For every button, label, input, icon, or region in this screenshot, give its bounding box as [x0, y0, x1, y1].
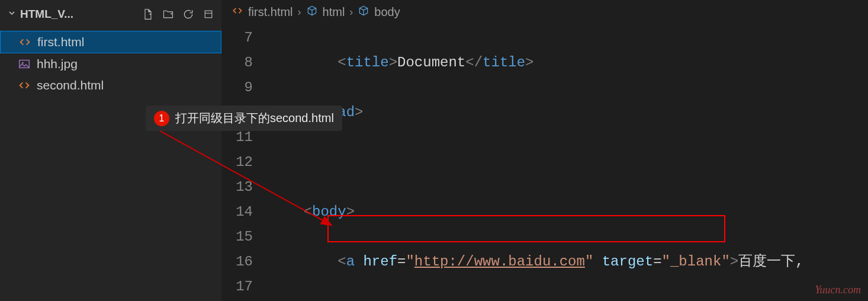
annotation-callout: 1 打开同级目录下的second.html: [146, 105, 342, 131]
file-explorer-sidebar: HTML_V... first.html: [0, 0, 222, 301]
html-file-icon: [18, 79, 31, 92]
chevron-down-icon: [7, 8, 17, 21]
folder-name: HTML_V...: [20, 8, 73, 21]
code-content[interactable]: <title>Document</title> </head> <body> <…: [269, 24, 868, 301]
annotation-text: 打开同级目录下的second.html: [175, 110, 334, 126]
image-file-icon: [18, 57, 31, 71]
new-file-icon[interactable]: [142, 8, 154, 20]
explorer-actions: [142, 8, 214, 20]
annotation-badge: 1: [154, 111, 169, 126]
breadcrumb-item[interactable]: body: [374, 5, 400, 19]
explorer-folder[interactable]: HTML_V...: [7, 8, 142, 21]
svg-rect-0: [205, 11, 212, 18]
cube-icon: [358, 5, 369, 20]
breadcrumb-item[interactable]: html: [323, 5, 345, 19]
chevron-right-icon: ›: [298, 6, 301, 18]
file-item-first-html[interactable]: first.html: [0, 31, 221, 53]
line-gutter: 7 8 9 10 11 12 13 14 15 16 17 18: [222, 24, 269, 301]
file-item-second-html[interactable]: second.html: [0, 75, 221, 96]
file-label: second.html: [37, 78, 104, 92]
breadcrumb[interactable]: first.html › html › body: [222, 0, 868, 24]
chevron-right-icon: ›: [349, 6, 353, 18]
html-file-icon: [232, 5, 243, 20]
cube-icon: [306, 5, 318, 20]
file-label: hhh.jpg: [37, 57, 78, 71]
file-label: first.html: [37, 35, 84, 49]
file-tree: first.html hhh.jpg second.html: [0, 28, 221, 301]
refresh-icon[interactable]: [182, 8, 194, 20]
collapse-icon[interactable]: [202, 8, 214, 20]
watermark: Yuucn.com: [815, 284, 861, 296]
html-file-icon: [18, 36, 31, 49]
explorer-header: HTML_V...: [0, 0, 221, 28]
code-area[interactable]: 7 8 9 10 11 12 13 14 15 16 17 18 <title>…: [222, 24, 868, 301]
editor-pane: first.html › html › body 7 8 9 10 11 12 …: [222, 0, 868, 301]
new-folder-icon[interactable]: [162, 8, 174, 20]
breadcrumb-item[interactable]: first.html: [248, 5, 293, 19]
file-item-hhh-jpg[interactable]: hhh.jpg: [0, 53, 221, 75]
